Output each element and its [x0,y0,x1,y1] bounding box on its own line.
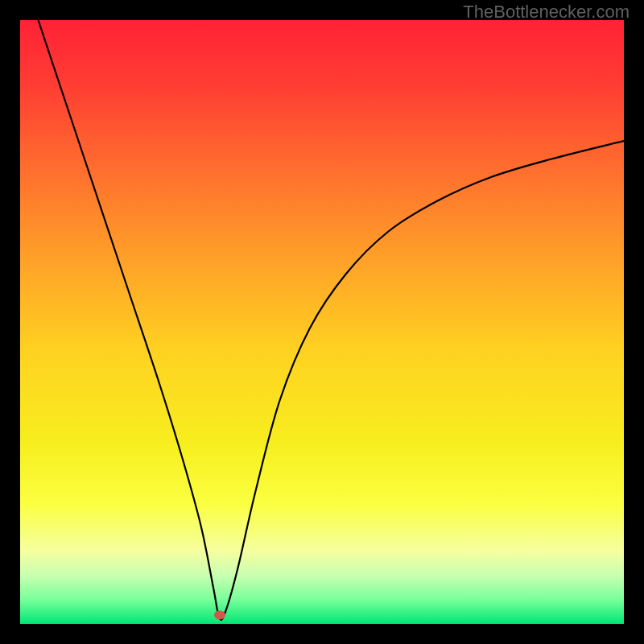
optimal-point-marker [214,610,225,619]
watermark-text: TheBottlenecker.com [463,2,630,23]
bottleneck-curve [20,20,624,624]
plot-area [20,20,624,624]
